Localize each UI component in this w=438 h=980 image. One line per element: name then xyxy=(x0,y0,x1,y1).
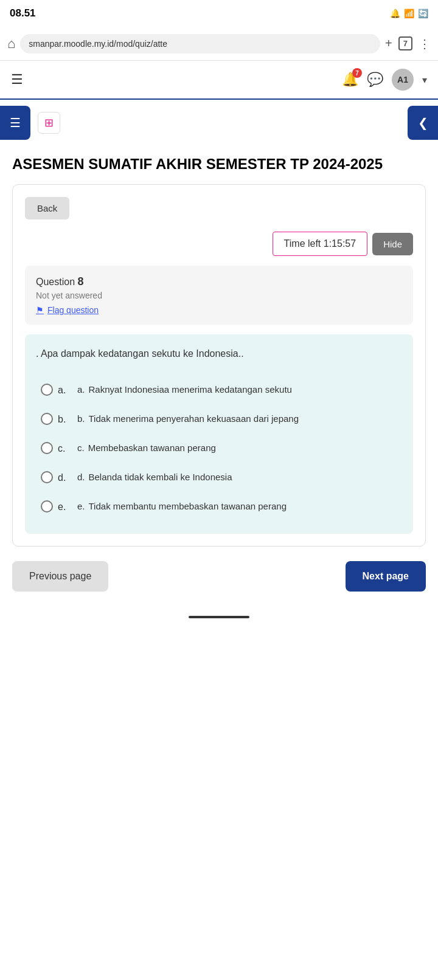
question-info: Question 8 Not yet answered ⚑ Flag quest… xyxy=(25,266,413,325)
chevron-down-icon[interactable]: ▾ xyxy=(422,74,427,86)
battery-icon: 🔄 xyxy=(418,9,428,18)
option-b-letter: b. xyxy=(58,412,66,427)
option-c-prefix: c. xyxy=(77,441,85,455)
option-d-text: d. Belanda tidak kembali ke Indonesia xyxy=(72,463,402,492)
nav-grid-button[interactable]: ⊞ xyxy=(38,112,60,134)
home-icon[interactable]: ⌂ xyxy=(7,36,15,52)
question-status: Not yet answered xyxy=(36,291,402,300)
page-content: ASESMEN SUMATIF AKHIR SEMESTER TP 2024-2… xyxy=(0,154,438,604)
option-a-text: a. Raknyat Indonesiaa menerima kedatanga… xyxy=(72,376,402,405)
option-a-label: a. xyxy=(36,376,72,405)
option-b-label: b. xyxy=(36,405,72,434)
nav-right-button[interactable]: ❮ xyxy=(408,106,438,140)
back-button[interactable]: Back xyxy=(25,197,69,219)
avatar[interactable]: A1 xyxy=(392,69,414,91)
question-text: . Apa dampak kedatangan sekutu ke Indone… xyxy=(36,347,402,361)
browser-actions: + 7 ⋮ xyxy=(385,36,431,51)
flag-icon: ⚑ xyxy=(36,305,44,315)
option-d-letter: d. xyxy=(58,471,66,485)
previous-page-button[interactable]: Previous page xyxy=(12,561,108,592)
quiz-card: Back Time left 1:15:57 Hide Question 8 N… xyxy=(12,184,426,547)
status-bar: 08.51 🔔 📶 🔄 xyxy=(0,0,438,27)
status-icons: 🔔 📶 🔄 xyxy=(390,9,428,18)
option-e-text: e. Tidak membantu membebaskan tawanan pe… xyxy=(72,492,402,522)
option-b-radio[interactable] xyxy=(41,413,53,425)
quiz-title: ASESMEN SUMATIF AKHIR SEMESTER TP 2024-2… xyxy=(12,154,426,173)
option-c-radio[interactable] xyxy=(41,442,53,454)
browser-bar: ⌂ + 7 ⋮ xyxy=(0,27,438,61)
network-icon: 📶 xyxy=(404,9,414,18)
option-d-label: d. xyxy=(36,463,72,492)
timer-display: Time left 1:15:57 xyxy=(273,232,368,256)
option-b-text: b. Tidak menerima penyerahan kekuasaan d… xyxy=(72,405,402,434)
option-e-radio[interactable] xyxy=(41,500,53,512)
bottom-bar xyxy=(0,610,438,624)
next-page-button[interactable]: Next page xyxy=(346,561,426,592)
pagination-row: Previous page Next page xyxy=(12,561,426,592)
option-d-radio[interactable] xyxy=(41,471,53,483)
option-e-letter: e. xyxy=(58,500,66,514)
bell-icon[interactable]: 🔔 7 xyxy=(342,72,358,88)
browser-menu-button[interactable]: ⋮ xyxy=(419,36,431,51)
flag-question-link[interactable]: ⚑ Flag question xyxy=(36,305,402,315)
signal-icon: 🔔 xyxy=(390,9,400,18)
question-number: Question 8 xyxy=(36,275,402,288)
status-time: 08.51 xyxy=(10,7,36,19)
option-d-prefix: d. xyxy=(77,471,85,485)
bell-badge: 7 xyxy=(352,68,362,78)
nav-left-button[interactable]: ☰ xyxy=(0,106,30,140)
option-a-radio[interactable] xyxy=(41,384,53,396)
timer-row: Time left 1:15:57 Hide xyxy=(25,232,413,256)
option-a-prefix: a. xyxy=(77,383,85,397)
chat-icon[interactable]: 💬 xyxy=(367,72,383,88)
option-c-label: c. xyxy=(36,434,72,463)
new-tab-button[interactable]: + xyxy=(385,36,392,50)
question-body: . Apa dampak kedatangan sekutu ke Indone… xyxy=(25,334,413,534)
moodle-header: ☰ 🔔 7 💬 A1 ▾ xyxy=(0,61,438,100)
hamburger-menu-button[interactable]: ☰ xyxy=(11,72,23,88)
hide-button[interactable]: Hide xyxy=(372,233,413,255)
option-b-prefix: b. xyxy=(77,412,85,426)
url-bar[interactable] xyxy=(20,34,380,53)
quiz-nav-row: ☰ ⊞ ❮ xyxy=(0,100,438,146)
options-grid: a. a. Raknyat Indonesiaa menerima kedata… xyxy=(36,376,402,522)
header-right: 🔔 7 💬 A1 ▾ xyxy=(342,69,427,91)
option-e-prefix: e. xyxy=(77,500,85,514)
option-c-letter: c. xyxy=(58,441,65,456)
home-indicator xyxy=(189,616,249,618)
option-e-label: e. xyxy=(36,492,72,522)
question-number-value: 8 xyxy=(78,275,84,288)
option-c-text: c. Membebaskan tawanan perang xyxy=(72,434,402,463)
option-a-letter: a. xyxy=(58,383,66,398)
tab-count[interactable]: 7 xyxy=(398,36,412,50)
